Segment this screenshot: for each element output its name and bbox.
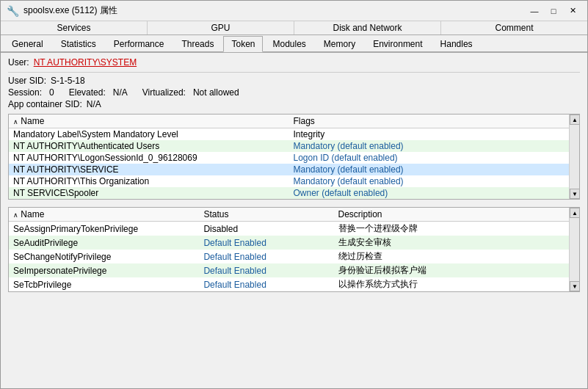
priv-desc-cell: 身份验证后模拟客户端 <box>334 263 569 277</box>
privilege-table-row[interactable]: SeImpersonatePrivilegeDefault Enabled身份验… <box>9 263 569 277</box>
privilege-scrollbar[interactable]: ▲ ▼ <box>569 208 579 291</box>
title-bar-left: 🔧 spoolsv.exe (5112) 属性 <box>7 4 117 17</box>
priv-name-cell: SeImpersonatePrivilege <box>9 263 199 277</box>
tab-handles[interactable]: Handles <box>432 36 481 52</box>
priv-col-status[interactable]: Status <box>199 208 333 222</box>
tab-threads[interactable]: Threads <box>173 36 222 52</box>
privilege-table-header: ∧ Name Status Description <box>9 208 569 222</box>
priv-col-description[interactable]: Description <box>334 208 569 222</box>
group-name-cell: NT AUTHORITY\This Organization <box>9 175 289 187</box>
priv-desc-cell: 以操作系统方式执行 <box>334 277 569 291</box>
session-value: 0 <box>49 87 54 98</box>
priv-status-cell: Disabled <box>199 222 333 236</box>
privilege-table-row[interactable]: SeTcbPrivilegeDefault Enabled以操作系统方式执行 <box>9 277 569 291</box>
user-label: User: <box>8 57 29 68</box>
close-button[interactable]: ✕ <box>564 4 581 18</box>
priv-status-cell: Default Enabled <box>199 250 333 263</box>
tab-group-comment-label: Comment <box>495 23 533 33</box>
group-name-cell: NT SERVICE\Spooler <box>9 187 289 199</box>
priv-desc-cell: 绕过历检查 <box>334 250 569 263</box>
privilege-table: ∧ Name Status Description SeAssignPrimar… <box>9 208 569 291</box>
elevated-value: N/A <box>113 87 128 98</box>
priv-status-cell: Default Enabled <box>199 236 333 250</box>
priv-desc-cell: 生成安全审核 <box>334 236 569 250</box>
tab-group-services-label: Services <box>57 23 90 33</box>
tab-group-disk-network-label: Disk and Network <box>333 23 402 33</box>
group-flags-cell: Mandatory (default enabled) <box>289 140 570 152</box>
group-name-cell: NT AUTHORITY\Authenticated Users <box>9 140 289 152</box>
group-col-name[interactable]: ∧ Name <box>9 114 289 128</box>
group-flags-cell: Mandatory (default enabled) <box>289 164 570 175</box>
tab-general[interactable]: General <box>4 36 51 52</box>
tab-token[interactable]: Token <box>223 36 263 52</box>
privilege-table-row[interactable]: SeAuditPrivilegeDefault Enabled生成安全审核 <box>9 236 569 250</box>
window-icon: 🔧 <box>7 5 19 17</box>
group-name-cell: Mandatory Label\System Mandatory Level <box>9 128 289 141</box>
app-container-value: N/A <box>87 99 101 109</box>
priv-name-cell: SeChangeNotifyPrivilege <box>9 250 199 263</box>
group-col-flags[interactable]: Flags <box>289 114 570 128</box>
sid-row: User SID: S-1-5-18 <box>8 76 580 86</box>
title-controls: — □ ✕ <box>526 4 581 18</box>
group-table-row[interactable]: NT AUTHORITY\SERVICEMandatory (default e… <box>9 164 569 175</box>
priv-name-cell: SeAssignPrimaryTokenPrivilege <box>9 222 199 236</box>
tab-statistics[interactable]: Statistics <box>53 36 104 52</box>
virtualized-label: Virtualized: <box>142 87 186 98</box>
group-table: ∧ Name Flags Mandatory Label\System Mand… <box>9 114 569 199</box>
tab-performance[interactable]: Performance <box>106 36 173 52</box>
elevated-label: Elevated: <box>69 87 106 98</box>
group-table-header: ∧ Name Flags <box>9 114 569 128</box>
main-window: 🔧 spoolsv.exe (5112) 属性 — □ ✕ Services G… <box>0 0 588 389</box>
group-flags-cell: Mandatory (default enabled) <box>289 175 570 187</box>
group-flags-cell: Integrity <box>289 128 570 141</box>
sid-value: S-1-5-18 <box>51 76 85 86</box>
priv-name-cell: SeTcbPrivilege <box>9 277 199 291</box>
priv-sort-arrow: ∧ <box>13 211 18 219</box>
group-flags-cell: Logon ID (default enabled) <box>289 152 570 164</box>
content-area: User: NT AUTHORITY\SYSTEM User SID: S-1-… <box>1 53 587 388</box>
tab-group-gpu-label: GPU <box>211 23 230 33</box>
user-value[interactable]: NT AUTHORITY\SYSTEM <box>34 57 137 68</box>
group-table-row[interactable]: Mandatory Label\System Mandatory LevelIn… <box>9 128 569 141</box>
session-row: Session: 0 Elevated: N/A Virtualized: No… <box>8 87 580 98</box>
scroll-up-btn[interactable]: ▲ <box>570 114 580 125</box>
tab-memory[interactable]: Memory <box>316 36 363 52</box>
privilege-table-body: SeAssignPrimaryTokenPrivilegeDisabled替换一… <box>9 222 569 292</box>
group-scrollbar[interactable]: ▲ ▼ <box>569 114 579 199</box>
tab-group-comment[interactable]: Comment <box>441 21 587 34</box>
sid-label: User SID: <box>8 76 46 86</box>
group-table-row[interactable]: NT SERVICE\SpoolerOwner (default enabled… <box>9 187 569 199</box>
tab-environment[interactable]: Environment <box>365 36 430 52</box>
title-bar: 🔧 spoolsv.exe (5112) 属性 — □ ✕ <box>1 1 587 21</box>
tab-group-gpu[interactable]: GPU <box>148 21 294 34</box>
priv-scroll-down-btn[interactable]: ▼ <box>570 281 580 291</box>
priv-scroll-up-btn[interactable]: ▲ <box>570 208 580 218</box>
maximize-button[interactable]: □ <box>545 4 562 18</box>
app-container-label: App container SID: <box>8 99 82 109</box>
group-sort-arrow: ∧ <box>13 118 18 126</box>
tab-modules[interactable]: Modules <box>264 36 313 52</box>
user-row: User: NT AUTHORITY\SYSTEM <box>8 57 580 68</box>
priv-status-cell: Default Enabled <box>199 277 333 291</box>
privilege-table-row[interactable]: SeChangeNotifyPrivilegeDefault Enabled绕过… <box>9 250 569 263</box>
priv-desc-cell: 替换一个进程级令牌 <box>334 222 569 236</box>
group-table-row[interactable]: NT AUTHORITY\Authenticated UsersMandator… <box>9 140 569 152</box>
tab-group-disk-network[interactable]: Disk and Network <box>294 21 441 34</box>
priv-col-name[interactable]: ∧ Name <box>9 208 199 222</box>
group-flags-cell: Owner (default enabled) <box>289 187 570 199</box>
group-table-row[interactable]: NT AUTHORITY\This OrganizationMandatory … <box>9 175 569 187</box>
priv-name-cell: SeAuditPrivilege <box>9 236 199 250</box>
priv-status-cell: Default Enabled <box>199 263 333 277</box>
tabs-row: General Statistics Performance Threads T… <box>1 35 587 53</box>
app-container-row: App container SID: N/A <box>8 99 580 109</box>
group-name-cell: NT AUTHORITY\SERVICE <box>9 164 289 175</box>
tab-group-services[interactable]: Services <box>1 21 148 34</box>
group-table-row[interactable]: NT AUTHORITY\LogonSessionId_0_96128069Lo… <box>9 152 569 164</box>
privilege-table-container: ∧ Name Status Description SeAssignPrimar… <box>8 207 580 292</box>
scroll-track <box>570 125 579 189</box>
priv-scroll-track <box>570 218 579 281</box>
minimize-button[interactable]: — <box>526 4 543 18</box>
scroll-down-btn[interactable]: ▼ <box>570 189 580 199</box>
privilege-table-row[interactable]: SeAssignPrimaryTokenPrivilegeDisabled替换一… <box>9 222 569 236</box>
group-table-body: Mandatory Label\System Mandatory LevelIn… <box>9 128 569 200</box>
